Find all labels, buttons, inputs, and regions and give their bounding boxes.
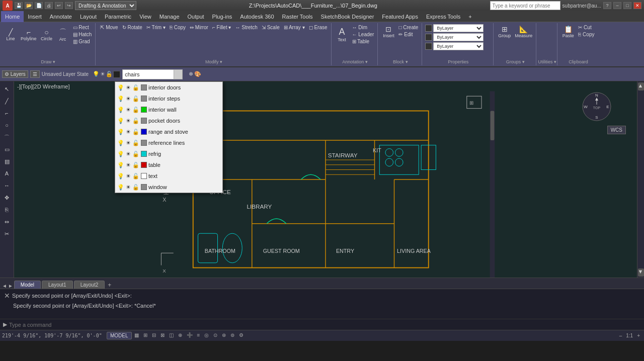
layer-bulb-icon[interactable]: 💡 bbox=[117, 184, 124, 191]
layer-sun-icon[interactable]: ☀ bbox=[126, 118, 131, 124]
create-block-btn[interactable]: □ Create bbox=[397, 24, 420, 31]
polyline-btn[interactable]: ⌐ Polyline bbox=[19, 24, 38, 45]
layer-item[interactable]: 💡☀🔓interior steps bbox=[115, 93, 222, 104]
circle-btn[interactable]: ○ Circle bbox=[39, 24, 54, 45]
ltool-text[interactable]: A bbox=[2, 168, 13, 179]
ortho-toggle[interactable]: ⊟ bbox=[150, 332, 158, 339]
menu-autodesk360[interactable]: Autodesk 360 bbox=[236, 11, 278, 22]
hatch-btn[interactable]: ▤ Hatch bbox=[71, 31, 94, 38]
layer-bulb-icon[interactable]: 💡 bbox=[117, 162, 124, 168]
menu-featuredapps[interactable]: Featured Apps bbox=[378, 11, 422, 22]
next-tab-btn[interactable]: ► bbox=[8, 283, 13, 289]
scale-btn[interactable]: ⇲ Scale bbox=[260, 24, 281, 31]
layer-item[interactable]: 💡☀🔓interior wall bbox=[115, 104, 222, 115]
selcycle-toggle[interactable]: ⊙ bbox=[211, 332, 219, 339]
layer-sun-icon[interactable]: ☀ bbox=[126, 129, 131, 135]
dynucs-toggle[interactable]: ⊚ bbox=[228, 332, 236, 339]
layer-item[interactable]: 💡☀🔓refrig bbox=[115, 148, 222, 159]
ltool-select[interactable]: ↖ bbox=[2, 83, 13, 95]
menu-manage[interactable]: Manage bbox=[155, 11, 184, 22]
erase-btn[interactable]: ◻ Erase bbox=[307, 24, 329, 31]
trim-btn[interactable]: ✂ Trim ▾ bbox=[145, 24, 167, 31]
ltool-copy[interactable]: ⎘ bbox=[2, 204, 13, 215]
layer-item[interactable]: 💡☀🔓text bbox=[115, 170, 222, 182]
menu-parametric[interactable]: Parametric bbox=[101, 11, 135, 22]
copy-btn[interactable]: ⎘ Copy bbox=[168, 24, 187, 31]
scroll-up-btn[interactable]: ▲ bbox=[638, 82, 644, 91]
layer-item[interactable]: 💡☀🔓range and stove bbox=[115, 126, 222, 137]
layer-bulb-icon[interactable]: 💡 bbox=[117, 173, 124, 179]
layer-sun-icon[interactable]: ☀ bbox=[126, 173, 131, 179]
close-command-btn[interactable]: ✕ bbox=[4, 292, 10, 300]
polar-toggle[interactable]: ⊠ bbox=[158, 332, 167, 339]
layer-lock-icon[interactable]: 🔓 bbox=[132, 118, 139, 124]
menu-plus[interactable]: + bbox=[464, 11, 475, 22]
add-tab-btn[interactable]: + bbox=[106, 282, 113, 289]
menu-home[interactable]: Home bbox=[1, 11, 24, 22]
model-space-btn[interactable]: MODEL bbox=[107, 332, 132, 339]
freeze-icon[interactable]: ❄ bbox=[189, 71, 193, 77]
layer-bulb-icon[interactable]: 💡 bbox=[117, 140, 124, 146]
quick-access-redo[interactable]: ↪ bbox=[65, 2, 73, 9]
layer-bulb-icon[interactable]: 💡 bbox=[117, 129, 124, 135]
menu-sketchbook[interactable]: SketchBook Designer bbox=[317, 11, 378, 22]
menu-output[interactable]: Output bbox=[184, 11, 208, 22]
search-input[interactable] bbox=[490, 1, 560, 10]
scroll-down-btn[interactable]: ▼ bbox=[638, 268, 644, 277]
arc-btn[interactable]: ⌒ Arc bbox=[55, 24, 70, 45]
rotate-btn[interactable]: ↻ Rotate bbox=[121, 24, 144, 31]
layer-item[interactable]: 💡☀🔓window bbox=[115, 182, 222, 193]
autocad-logo[interactable]: A bbox=[3, 1, 13, 11]
layer-bulb-icon[interactable]: 💡 bbox=[117, 118, 124, 124]
help-btn[interactable]: ? bbox=[603, 2, 611, 9]
copy-clip-btn[interactable]: ⎘ Copy bbox=[577, 31, 596, 38]
color-select[interactable]: ByLayer bbox=[433, 24, 484, 32]
layer-lock-icon[interactable]: 🔓 bbox=[132, 84, 139, 91]
menu-layout[interactable]: Layout bbox=[76, 11, 101, 22]
settings-btn[interactable]: ⚙ bbox=[237, 332, 246, 339]
leader-btn[interactable]: ← Leader bbox=[351, 31, 376, 38]
quick-access-open[interactable]: 📂 bbox=[25, 2, 33, 9]
ltool-mirror[interactable]: ⇔ bbox=[2, 216, 13, 227]
minimize-btn[interactable]: – bbox=[613, 2, 621, 9]
quick-access-new[interactable]: 📄 bbox=[35, 2, 43, 9]
close-btn[interactable]: ✕ bbox=[633, 2, 641, 9]
table-btn[interactable]: ⊞ Table bbox=[351, 38, 376, 45]
lineweight-select[interactable]: ByLayer bbox=[433, 42, 484, 50]
layer-lock-icon[interactable]: 🔓 bbox=[132, 162, 139, 168]
fillet-btn[interactable]: ⌐ Fillet ▾ bbox=[211, 24, 233, 31]
prev-tab-btn[interactable]: ◄ bbox=[2, 283, 7, 289]
3dosnap-toggle[interactable]: ⊛ bbox=[220, 332, 228, 339]
mirror-btn[interactable]: ⇔ Mirror bbox=[188, 24, 210, 31]
gradient-btn[interactable]: ▥ Grad bbox=[71, 38, 94, 45]
layer-item[interactable]: 💡☀🔓pocket doors bbox=[115, 115, 222, 126]
menu-annotate[interactable]: Annotate bbox=[46, 11, 76, 22]
quick-access-print[interactable]: 🖨 bbox=[45, 2, 53, 9]
ltool-polyline[interactable]: ⌐ bbox=[2, 108, 13, 119]
tab-layout1[interactable]: Layout1 bbox=[42, 281, 73, 289]
zoom-in-btn[interactable]: + bbox=[635, 332, 642, 339]
menu-rastertools[interactable]: Raster Tools bbox=[278, 11, 317, 22]
layer-bulb-icon[interactable]: 💡 bbox=[117, 107, 124, 113]
layer-item[interactable]: 💡☀🔓table bbox=[115, 159, 222, 170]
paste-btn[interactable]: 📋 Paste bbox=[560, 24, 576, 39]
workspace-select[interactable]: Drafting & Annotation bbox=[75, 1, 136, 10]
layer-bulb-icon[interactable]: 💡 bbox=[117, 84, 124, 91]
layer-sun-icon[interactable]: ☀ bbox=[126, 140, 131, 146]
menu-insert[interactable]: Insert bbox=[24, 11, 46, 22]
layer-sun-icon[interactable]: ☀ bbox=[126, 84, 131, 91]
edit-block-btn[interactable]: ✏ Edit bbox=[397, 31, 420, 38]
layer-item[interactable]: 💡☀🔓interior doors bbox=[115, 82, 222, 93]
maximize-btn[interactable]: □ bbox=[623, 2, 631, 9]
menu-view[interactable]: View bbox=[135, 11, 155, 22]
layer-item[interactable]: 💡☀🔓reference lines bbox=[115, 137, 222, 148]
layer-bulb-icon[interactable]: 💡 bbox=[117, 96, 124, 102]
stretch-btn[interactable]: ↔ Stretch bbox=[233, 24, 259, 31]
canvas-area[interactable]: -][Top][2D Wireframe] bbox=[14, 81, 637, 278]
ltool-line[interactable]: ╱ bbox=[2, 96, 13, 107]
layer-lock-icon[interactable]: 🔓 bbox=[132, 96, 139, 102]
layer-manager-btn[interactable]: ⚙ Layers bbox=[2, 70, 28, 78]
layer-sun-icon[interactable]: ☀ bbox=[126, 184, 131, 191]
grid-toggle[interactable]: ▦ bbox=[132, 332, 141, 339]
layer-lock-icon[interactable]: 🔓 bbox=[132, 184, 139, 191]
